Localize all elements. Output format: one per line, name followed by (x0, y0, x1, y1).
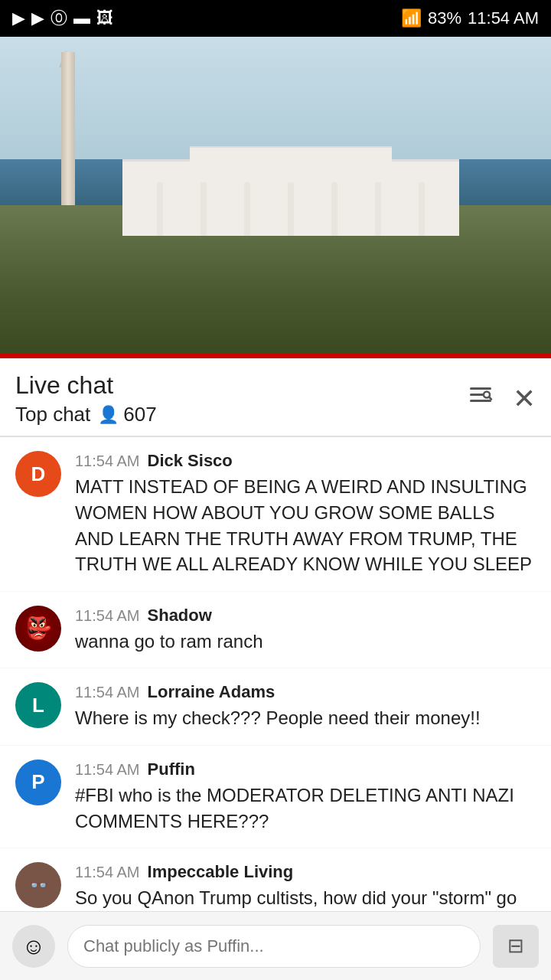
filter-icon[interactable] (467, 381, 494, 416)
message-time: 11:54 AM (75, 761, 140, 779)
chat-message: 👺11:54 AMShadowwanna go to ram ranch (0, 592, 551, 669)
viewer-icon: 👤 (98, 405, 119, 425)
status-bar-right: 📶 83% 11:54 AM (401, 8, 539, 28)
column-6 (375, 182, 381, 236)
youtube2-icon: ▶ (31, 8, 44, 28)
column-3 (244, 182, 250, 236)
white-house-roof (190, 146, 392, 163)
svg-line-4 (489, 397, 491, 400)
send-button[interactable]: ⊟ (493, 925, 539, 968)
battery-text: 83% (428, 8, 461, 28)
message-body: 11:54 AMLorraine AdamsWhere is my check?… (75, 682, 536, 731)
message-text: #FBI who is the MODERATOR DELETING ANTI … (75, 782, 536, 834)
chat-header: Live chat Top chat 👤 607 ✕ (0, 358, 551, 436)
youtube-icon: ▶ (12, 8, 25, 28)
message-text: Where is my check??? People need their m… (75, 705, 536, 731)
chat-message: D11:54 AMDick SiscoMATT INSTEAD OF BEING… (0, 437, 551, 591)
message-author: Lorraine Adams (148, 682, 276, 702)
wifi-icon: 📶 (401, 8, 422, 28)
chat-message: P11:54 AMPuffin#FBI who is the MODERATOR… (0, 746, 551, 848)
emoji-icon: ☺ (22, 933, 46, 959)
chat-input[interactable] (67, 925, 481, 968)
svg-rect-0 (470, 387, 491, 390)
message-meta: 11:54 AMLorraine Adams (75, 682, 536, 702)
video-sky (0, 37, 551, 159)
video-player[interactable] (0, 37, 551, 358)
viewer-count-number: 607 (123, 403, 156, 426)
chat-input-bar: ☺ ⊟ (0, 911, 551, 980)
column-4 (288, 182, 294, 236)
white-house (122, 159, 459, 236)
message-meta: 11:54 AMImpeccable Living (75, 862, 536, 882)
washington-monument (61, 52, 75, 220)
white-house-columns (122, 162, 459, 236)
video-progress-bar[interactable] (0, 354, 551, 358)
message-time: 11:54 AM (75, 607, 140, 625)
time-display: 11:54 AM (468, 8, 539, 28)
message-body: 11:54 AMShadowwanna go to ram ranch (75, 606, 536, 655)
avatar: L (15, 682, 61, 728)
status-bar: ▶ ▶ ⓪ ▬ 🖼 📶 83% 11:54 AM (0, 0, 551, 37)
message-time: 11:54 AM (75, 864, 140, 881)
message-text: wanna go to ram ranch (75, 629, 536, 655)
emoji-button[interactable]: ☺ (12, 925, 55, 968)
message-time: 11:54 AM (75, 452, 140, 470)
avatar: 👺 (15, 606, 61, 652)
send-icon: ⊟ (507, 934, 524, 958)
top-chat-label[interactable]: Top chat (15, 403, 90, 426)
close-icon[interactable]: ✕ (513, 383, 536, 415)
status-bar-left: ▶ ▶ ⓪ ▬ 🖼 (12, 7, 113, 30)
chat-messages: D11:54 AMDick SiscoMATT INSTEAD OF BEING… (0, 437, 551, 980)
image-icon: 🖼 (96, 8, 113, 28)
message-body: 11:54 AMPuffin#FBI who is the MODERATOR … (75, 760, 536, 834)
message-author: Impeccable Living (148, 862, 294, 882)
chat-header-left: Live chat Top chat 👤 607 (15, 371, 157, 426)
message-author: Dick Sisco (148, 451, 233, 471)
chat-message: L11:54 AMLorraine AdamsWhere is my check… (0, 668, 551, 746)
column-1 (157, 182, 163, 236)
message-author: Shadow (148, 606, 212, 626)
column-2 (201, 182, 207, 236)
viewer-count: 👤 607 (98, 403, 156, 426)
column-7 (419, 182, 425, 236)
message-meta: 11:54 AMShadow (75, 606, 536, 626)
avatar: P (15, 760, 61, 805)
avatar: D (15, 451, 61, 497)
column-5 (331, 182, 337, 236)
message-meta: 11:54 AMPuffin (75, 760, 536, 779)
svg-rect-2 (470, 400, 491, 402)
chat-header-actions: ✕ (467, 381, 536, 416)
top-chat-row: Top chat 👤 607 (15, 403, 157, 426)
message-text: MATT INSTEAD OF BEING A WEIRD AND INSULT… (75, 474, 536, 577)
message-meta: 11:54 AMDick Sisco (75, 451, 536, 471)
avatar: 👓 (15, 862, 61, 908)
live-chat-title: Live chat (15, 371, 157, 400)
mpd-icon: ⓪ (51, 7, 67, 30)
message-author: Puffin (148, 760, 195, 779)
message-body: 11:54 AMDick SiscoMATT INSTEAD OF BEING … (75, 451, 536, 577)
files-icon: ▬ (73, 8, 90, 28)
message-time: 11:54 AM (75, 684, 140, 701)
